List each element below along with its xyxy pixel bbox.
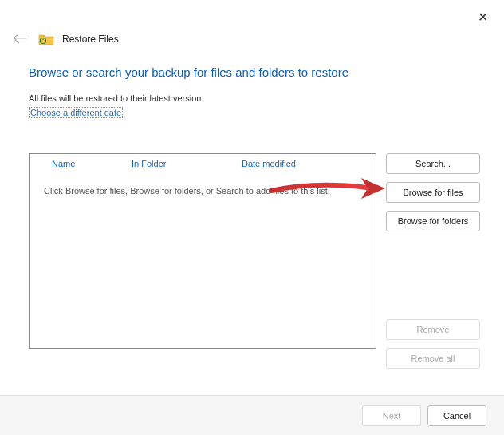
choose-date-link[interactable]: Choose a different date — [29, 107, 123, 118]
search-button[interactable]: Search... — [386, 153, 480, 174]
list-empty-hint: Click Browse for files, Browse for folde… — [30, 173, 376, 196]
remove-all-button: Remove all — [386, 348, 480, 369]
side-button-panel: Search... Browse for files Browse for fo… — [386, 153, 480, 369]
restore-version-text: All files will be restored to their late… — [29, 93, 482, 103]
browse-folders-button[interactable]: Browse for folders — [386, 211, 480, 231]
window-title: Restore Files — [62, 34, 119, 45]
browse-files-button[interactable]: Browse for files — [386, 182, 480, 203]
close-button[interactable]: ✕ — [471, 6, 494, 28]
back-arrow-icon[interactable]: 🡠 — [10, 30, 30, 47]
file-list-box: Name In Folder Date modified Click Brows… — [29, 153, 376, 349]
next-button: Next — [362, 405, 421, 426]
bottom-bar: Next Cancel — [0, 395, 504, 435]
column-date[interactable]: Date modified — [242, 159, 353, 168]
restore-folder-icon — [38, 33, 54, 45]
header: 🡠 Restore Files — [10, 30, 119, 47]
page-heading: Browse or search your backup for files a… — [29, 65, 482, 79]
column-folder[interactable]: In Folder — [132, 159, 242, 168]
cancel-button[interactable]: Cancel — [427, 405, 486, 426]
remove-button: Remove — [386, 319, 480, 340]
column-name[interactable]: Name — [36, 159, 132, 168]
list-header: Name In Folder Date modified — [30, 154, 376, 173]
